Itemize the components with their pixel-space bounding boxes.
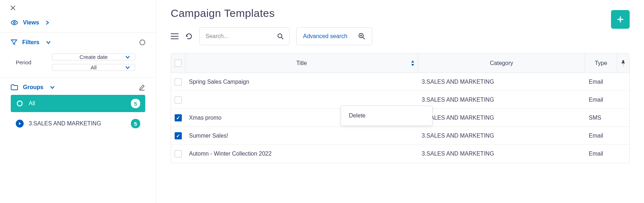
row-checkbox[interactable] <box>175 114 182 121</box>
cell-title[interactable]: Spring Sales Campaign <box>185 73 418 91</box>
main-panel: Campaign Templates Advanced search <box>156 0 644 203</box>
search-icon <box>277 33 284 40</box>
cell-category: 3.SALES AND MARKETING <box>418 127 585 144</box>
filters-section: Filters Period Create date <box>0 33 156 78</box>
groups-label: Groups <box>23 84 43 91</box>
filter-clear-icon[interactable] <box>139 40 145 45</box>
header-pin[interactable] <box>617 54 629 73</box>
group-item-sales-marketing[interactable]: 3.SALES AND MARKETING 5 <box>11 115 145 132</box>
circle-icon <box>16 100 24 107</box>
header-title-label: Title <box>296 60 307 66</box>
row-checkbox[interactable] <box>175 150 182 157</box>
close-icon[interactable] <box>10 5 146 11</box>
cell-type: Email <box>585 73 617 91</box>
edit-icon[interactable] <box>139 84 145 91</box>
header-type[interactable]: Type <box>585 54 617 73</box>
header-category-label: Category <box>490 60 513 66</box>
pin-icon <box>621 60 626 66</box>
page-title: Campaign Templates <box>171 7 630 19</box>
filters-header[interactable]: Filters <box>11 39 145 46</box>
period-row: Period Create date All <box>11 54 145 71</box>
header-title[interactable]: Title <box>185 54 418 73</box>
views-label: Views <box>23 19 39 26</box>
table-header: Title Category Type <box>171 54 629 73</box>
group-label: All <box>29 100 131 107</box>
table-row[interactable]: Summer Sales! 3.SALES AND MARKETING Emai… <box>171 127 629 145</box>
arrow-right-icon <box>16 120 24 128</box>
row-checkbox[interactable] <box>175 96 182 103</box>
cell-category: 3.SALES AND MARKETING <box>418 73 585 91</box>
select-value: All <box>91 64 97 70</box>
cell-title[interactable]: Automn - Winter Collection 2022 <box>185 145 418 163</box>
period-label: Period <box>11 59 48 65</box>
period-range-select[interactable]: All <box>52 64 135 71</box>
cell-category: 3.SALES AND MARKETING <box>418 145 585 163</box>
folder-icon <box>11 84 18 90</box>
header-type-label: Type <box>595 60 607 66</box>
table-row[interactable]: Spring Sales Campaign 3.SALES AND MARKET… <box>171 73 629 91</box>
context-menu-delete[interactable]: Delete <box>341 107 432 124</box>
views-section: Views <box>0 13 156 33</box>
cell-type: Email <box>585 127 617 144</box>
svg-point-0 <box>14 22 15 24</box>
select-value: Create date <box>80 54 108 60</box>
header-checkbox-cell <box>171 54 185 73</box>
cell-title[interactable]: Summer Sales! <box>185 127 418 144</box>
chevron-right-icon <box>46 20 49 25</box>
chevron-down-icon <box>126 66 130 69</box>
advanced-search-button[interactable]: Advanced search <box>296 27 372 45</box>
period-field-select[interactable]: Create date <box>52 54 135 60</box>
groups-section: Groups <box>0 78 156 93</box>
context-menu: Delete <box>341 106 432 126</box>
plus-icon <box>617 16 624 23</box>
chevron-down-icon <box>46 41 51 44</box>
search-input[interactable] <box>205 33 277 40</box>
toolbar: Advanced search <box>171 27 630 45</box>
eye-icon <box>11 20 18 26</box>
svg-point-1 <box>17 101 22 106</box>
cell-type: Email <box>585 145 617 163</box>
filter-icon <box>11 40 17 45</box>
cell-category: 3.SALES AND MARKETING <box>418 109 585 126</box>
menu-icon[interactable] <box>171 33 179 40</box>
row-checkbox[interactable] <box>175 78 182 86</box>
cell-type: SMS <box>585 109 617 126</box>
add-button[interactable] <box>611 10 630 29</box>
chevron-down-icon <box>126 56 130 59</box>
advanced-search-label: Advanced search <box>303 33 347 40</box>
sidebar-close-row <box>0 0 156 13</box>
views-header[interactable]: Views <box>11 19 145 26</box>
cell-category: 3.SALES AND MARKETING <box>418 91 585 109</box>
group-count-badge: 5 <box>131 99 140 108</box>
refresh-icon[interactable] <box>185 32 193 40</box>
row-checkbox[interactable] <box>175 132 182 139</box>
groups-header[interactable]: Groups <box>11 84 145 91</box>
chevron-down-icon <box>50 86 55 89</box>
search-box[interactable] <box>199 27 290 45</box>
sidebar: Views Filters Period <box>0 0 156 203</box>
svg-point-2 <box>278 34 282 38</box>
group-item-all[interactable]: All 5 <box>11 95 145 112</box>
filters-label: Filters <box>22 39 39 46</box>
table-row[interactable]: Automn - Winter Collection 2022 3.SALES … <box>171 145 629 163</box>
header-category[interactable]: Category <box>418 54 585 73</box>
group-count-badge: 5 <box>131 119 140 128</box>
groups-list: All 5 3.SALES AND MARKETING 5 <box>0 93 156 135</box>
select-all-checkbox[interactable] <box>175 60 181 67</box>
sort-icon <box>411 60 415 66</box>
cell-type: Email <box>585 91 617 109</box>
search-plus-icon <box>358 33 365 40</box>
group-label: 3.SALES AND MARKETING <box>29 120 131 127</box>
